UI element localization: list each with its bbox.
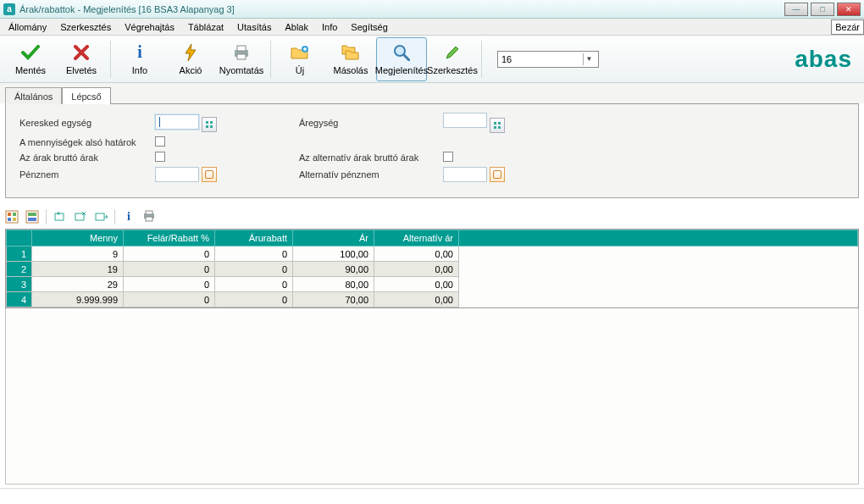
menu-ablak[interactable]: Ablak — [280, 20, 313, 34]
save-label: Mentés — [15, 65, 46, 75]
table-row[interactable]: 3 29 0 0 80,00 0,00 — [7, 277, 858, 292]
grid-tool-print[interactable] — [142, 210, 156, 224]
new-button[interactable]: Új — [274, 37, 325, 81]
tab-altalanos[interactable]: Általános — [5, 87, 62, 104]
table-row[interactable]: 4 9.999.999 0 0 70,00 0,00 — [7, 292, 858, 307]
cell-menny[interactable]: 19 — [32, 262, 124, 277]
col-arurabatt[interactable]: Árurabatt — [215, 230, 293, 246]
cell-menny[interactable]: 29 — [32, 277, 124, 292]
menu-allomany[interactable]: Állomány — [3, 20, 52, 34]
grid-empty-area — [5, 308, 859, 485]
aregyseg-picker[interactable] — [490, 118, 505, 133]
x-icon — [71, 43, 91, 62]
menu-info[interactable]: Info — [317, 20, 342, 34]
cell-arurabatt[interactable]: 0 — [215, 292, 293, 307]
cell-alt[interactable]: 0,00 — [374, 277, 459, 292]
aregyseg-input[interactable] — [443, 113, 487, 128]
keresked-egyseg-input[interactable] — [155, 114, 199, 130]
grid-toolbar: i — [5, 208, 859, 225]
label-alt-brutto: Az alternatív árak bruttó árak — [299, 152, 418, 163]
menu-szerkesztes[interactable]: Szerkesztés — [55, 20, 116, 34]
cell-arurabatt[interactable]: 0 — [215, 277, 293, 292]
col-ar[interactable]: Ár — [293, 230, 374, 246]
col-felar[interactable]: Felár/Rabatt % — [124, 230, 215, 246]
grid-tool-5[interactable] — [94, 210, 108, 224]
info-button[interactable]: i Info — [114, 37, 165, 81]
svg-line-5 — [404, 55, 409, 60]
cell-alt[interactable]: 0,00 — [374, 246, 459, 262]
cell-alt[interactable]: 0,00 — [374, 262, 459, 277]
row-num: 1 — [7, 246, 32, 262]
cell-felar[interactable]: 0 — [124, 277, 215, 292]
view-label: Megjelenítés — [375, 65, 428, 75]
menu-vegrehajtas[interactable]: Végrehajtás — [119, 20, 180, 34]
menu-segitseg[interactable]: Segítség — [346, 20, 392, 34]
printer-icon — [231, 43, 252, 62]
table-row[interactable]: 1 9 0 0 100,00 0,00 — [7, 246, 858, 262]
cell-alt[interactable]: 0,00 — [374, 292, 459, 307]
svg-rect-21 — [28, 218, 36, 221]
menubar: Állomány Szerkesztés Végrehajtás Tábláza… — [0, 19, 864, 36]
maximize-button[interactable]: □ — [811, 3, 834, 16]
cell-felar[interactable]: 0 — [124, 262, 215, 277]
cell-arurabatt[interactable]: 0 — [215, 262, 293, 277]
svg-rect-15 — [8, 213, 11, 216]
grid-tool-3[interactable] — [53, 210, 67, 224]
save-button[interactable]: Mentés — [5, 37, 56, 81]
print-button[interactable]: Nyomtatás — [216, 37, 267, 81]
keresked-egyseg-picker[interactable] — [202, 117, 217, 132]
svg-rect-6 — [206, 121, 208, 124]
minimize-button[interactable]: — — [784, 3, 808, 16]
grid-tool-info[interactable]: i — [122, 210, 136, 224]
menny-also-checkbox[interactable] — [155, 136, 165, 147]
penznem-picker[interactable] — [202, 167, 217, 182]
alt-penznem-picker[interactable] — [490, 167, 505, 182]
menu-utasitas[interactable]: Utasítás — [232, 20, 276, 34]
row-num: 2 — [7, 262, 32, 277]
bezar-label[interactable]: Bezár — [831, 19, 864, 35]
col-alt-ar[interactable]: Alternatív ár — [374, 230, 459, 246]
cell-menny[interactable]: 9.999.999 — [32, 292, 124, 307]
svg-rect-13 — [498, 126, 501, 129]
cell-menny[interactable]: 9 — [32, 246, 124, 262]
arak-brutto-checkbox[interactable] — [155, 152, 165, 162]
svg-rect-20 — [28, 213, 36, 216]
cell-felar[interactable]: 0 — [124, 292, 215, 307]
cell-arurabatt[interactable]: 0 — [215, 246, 293, 262]
cell-ar[interactable]: 80,00 — [293, 277, 374, 292]
menu-tablazat[interactable]: Táblázat — [183, 20, 229, 34]
cell-ar[interactable]: 90,00 — [293, 262, 374, 277]
view-button[interactable]: Megjelenítés — [376, 37, 427, 81]
copy-label: Másolás — [334, 65, 368, 75]
penznem-input[interactable] — [155, 167, 199, 182]
svg-rect-8 — [206, 125, 208, 128]
lightning-icon — [180, 43, 201, 62]
cell-felar[interactable]: 0 — [124, 246, 215, 262]
close-button[interactable]: ✕ — [837, 3, 861, 16]
discard-button[interactable]: Elvetés — [56, 37, 107, 81]
svg-rect-10 — [494, 122, 496, 125]
copy-button[interactable]: Másolás — [325, 37, 376, 81]
svg-rect-7 — [210, 121, 213, 124]
row-num: 3 — [7, 277, 32, 292]
grid-tool-1[interactable] — [5, 210, 19, 224]
svg-rect-11 — [498, 122, 501, 125]
cell-ar[interactable]: 70,00 — [293, 292, 374, 307]
tab-lepcso[interactable]: Lépcső — [62, 87, 110, 104]
alt-brutto-checkbox[interactable] — [443, 152, 453, 162]
svg-rect-1 — [237, 46, 246, 51]
edit-button[interactable]: Szerkesztés — [427, 37, 478, 81]
table-row[interactable]: 2 19 0 0 90,00 0,00 — [7, 262, 858, 277]
grid-tool-2[interactable] — [25, 210, 39, 224]
action-button[interactable]: Akció — [165, 37, 216, 81]
app-icon: a — [3, 3, 15, 15]
label-menny-also: A mennyiségek alsó határok — [19, 137, 136, 147]
grid-tool-4[interactable] — [74, 210, 87, 224]
svg-rect-18 — [13, 218, 16, 221]
alt-penznem-input[interactable] — [443, 167, 487, 182]
col-menny[interactable]: Menny — [32, 230, 124, 246]
cell-ar[interactable]: 100,00 — [293, 246, 374, 262]
svg-rect-9 — [210, 125, 213, 128]
record-selector[interactable]: 16 ▼ — [497, 51, 599, 68]
label-arak-brutto: Az árak bruttó árak — [19, 152, 98, 163]
